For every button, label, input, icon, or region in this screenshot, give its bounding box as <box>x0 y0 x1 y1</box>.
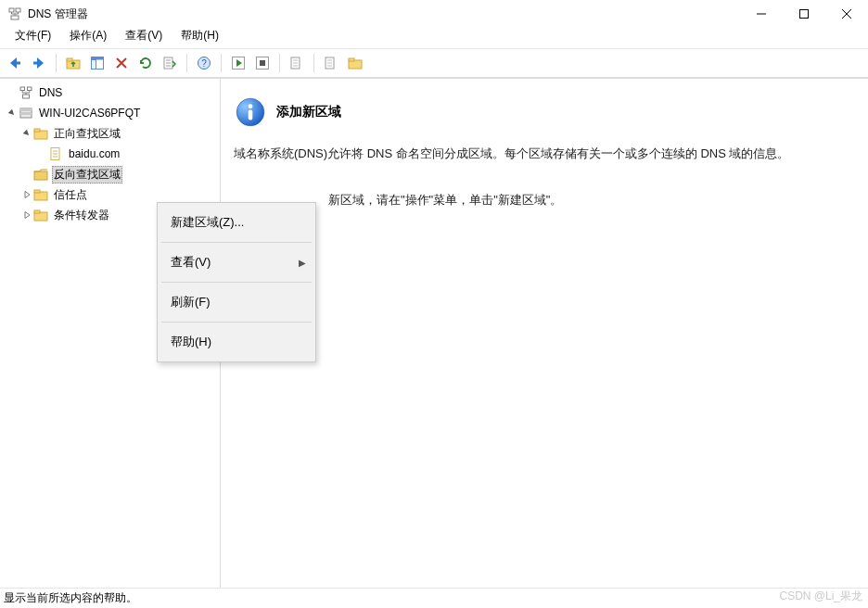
folder-open-icon <box>33 167 48 182</box>
svg-rect-1 <box>16 8 20 12</box>
show-hide-console-tree-icon[interactable] <box>86 52 108 74</box>
context-menu-label: 帮助(H) <box>171 334 211 350</box>
export-list-icon[interactable] <box>159 52 181 74</box>
svg-rect-10 <box>92 60 96 70</box>
svg-rect-37 <box>249 110 253 120</box>
main-split: DNS WIN-UI2CAS6PFQT 正向查找区域 <box>0 78 868 588</box>
svg-rect-32 <box>34 190 40 193</box>
svg-rect-7 <box>67 58 72 61</box>
svg-rect-25 <box>20 108 32 111</box>
status-bar: 显示当前所选内容的帮助。 <box>0 588 868 608</box>
action-run-icon[interactable] <box>227 52 249 74</box>
svg-rect-26 <box>20 112 32 115</box>
forward-button[interactable] <box>28 52 50 74</box>
new-zone-shortcut-icon[interactable] <box>344 52 366 74</box>
close-button[interactable] <box>825 0 868 28</box>
svg-rect-23 <box>23 95 30 98</box>
help-icon[interactable]: ? <box>193 52 215 74</box>
svg-rect-16 <box>260 60 265 66</box>
server-icon <box>19 106 33 120</box>
zone-file-icon <box>48 146 63 161</box>
folder-icon <box>33 208 48 222</box>
folder-icon <box>33 187 48 202</box>
menu-separator <box>161 322 312 323</box>
context-menu-help[interactable]: 帮助(H) <box>158 324 315 360</box>
svg-rect-34 <box>34 210 40 213</box>
content-pane: 添加新区域 域名称系统(DNS)允许将 DNS 命名空间分成区域。每个区域存储有… <box>221 79 868 588</box>
refresh-icon[interactable] <box>134 52 157 74</box>
tree-node-label: DNS <box>37 85 64 100</box>
dns-mmc-icon <box>7 6 22 21</box>
menu-separator <box>161 242 312 243</box>
content-paragraph-2: 新区域，请在"操作"菜单，单击"新建区域"。 <box>232 190 857 210</box>
svg-text:?: ? <box>201 58 207 69</box>
svg-rect-28 <box>34 129 40 132</box>
dns-root-icon <box>19 85 33 100</box>
info-icon <box>236 97 265 127</box>
content-paragraph-1: 域名称系统(DNS)允许将 DNS 命名空间分成区域。每个区域存储有关一个或多个… <box>232 144 857 164</box>
delete-icon[interactable] <box>110 52 133 74</box>
context-menu-new-zone[interactable]: 新建区域(Z)... <box>158 205 315 240</box>
submenu-arrow-icon: ▶ <box>299 258 306 268</box>
filter-list-icon[interactable] <box>320 52 342 74</box>
tree-node-label: WIN-UI2CAS6PFQT <box>37 106 142 120</box>
menu-help[interactable]: 帮助(H) <box>173 26 226 45</box>
tree-node-label: baidu.com <box>67 146 121 161</box>
context-menu-label: 新建区域(Z)... <box>171 214 244 231</box>
menu-bar: 文件(F) 操作(A) 查看(V) 帮助(H) <box>0 28 868 48</box>
svg-rect-4 <box>16 62 20 65</box>
svg-rect-0 <box>9 8 14 12</box>
content-title: 添加新区域 <box>276 104 341 120</box>
context-menu-label: 刷新(F) <box>171 294 211 310</box>
context-menu-refresh[interactable]: 刷新(F) <box>158 285 315 320</box>
expand-twisty-open[interactable] <box>6 108 19 118</box>
tree-node-label: 反向查找区域 <box>52 166 122 184</box>
svg-point-36 <box>249 104 253 108</box>
context-menu-label: 查看(V) <box>171 254 211 271</box>
minimize-button[interactable] <box>740 0 783 28</box>
menu-action[interactable]: 操作(A) <box>62 26 114 45</box>
tree-node-server[interactable]: WIN-UI2CAS6PFQT <box>0 103 220 123</box>
context-menu-view[interactable]: 查看(V) ▶ <box>158 245 315 280</box>
tree-node-dns-root[interactable]: DNS <box>0 82 220 103</box>
up-level-icon[interactable] <box>62 52 84 74</box>
svg-rect-3 <box>800 10 809 19</box>
svg-rect-20 <box>349 58 354 61</box>
maximize-button[interactable] <box>783 0 825 28</box>
expand-twisty-open[interactable] <box>20 129 33 138</box>
action-stop-icon[interactable] <box>251 52 274 74</box>
back-button[interactable] <box>4 52 26 74</box>
svg-rect-30 <box>34 171 47 180</box>
menu-separator <box>161 282 312 283</box>
svg-rect-22 <box>28 87 32 91</box>
tree-node-label: 条件转发器 <box>52 207 111 224</box>
expand-twisty-closed[interactable] <box>20 190 33 199</box>
expand-twisty-closed[interactable] <box>20 210 33 220</box>
context-menu: 新建区域(Z)... 查看(V) ▶ 刷新(F) 帮助(H) <box>157 202 316 362</box>
svg-rect-2 <box>11 16 19 19</box>
properties-icon[interactable] <box>286 52 308 74</box>
toolbar: ? <box>0 48 868 78</box>
tree-node-reverse-lookup[interactable]: 反向查找区域 <box>0 164 220 184</box>
title-bar: DNS 管理器 <box>0 0 868 28</box>
menu-file[interactable]: 文件(F) <box>7 26 58 45</box>
menu-view[interactable]: 查看(V) <box>118 26 170 45</box>
window-title: DNS 管理器 <box>28 6 88 22</box>
tree-node-baidu[interactable]: baidu.com <box>0 144 220 164</box>
svg-rect-21 <box>20 87 25 91</box>
tree-node-label: 信任点 <box>52 186 89 204</box>
tree-node-label: 正向查找区域 <box>52 125 122 143</box>
svg-rect-5 <box>33 62 38 65</box>
status-text: 显示当前所选内容的帮助。 <box>4 590 137 606</box>
tree-node-forward-lookup[interactable]: 正向查找区域 <box>0 123 220 144</box>
folder-icon <box>33 126 48 141</box>
